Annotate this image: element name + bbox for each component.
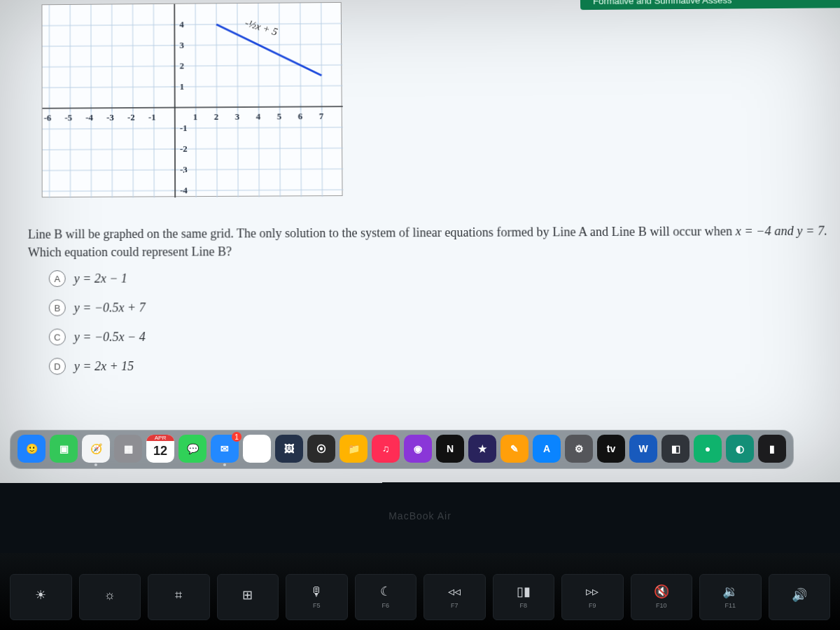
svg-line-18 xyxy=(237,4,238,197)
fn-key-label: F7 xyxy=(451,602,458,609)
svg-line-44 xyxy=(42,24,342,26)
svg-line-42 xyxy=(43,44,343,46)
svg-line-32 xyxy=(43,148,343,150)
svg-line-6 xyxy=(112,4,113,197)
fn-key-icon: 🔉 xyxy=(722,585,738,598)
svg-text:2: 2 xyxy=(179,60,184,71)
dock-settings-icon[interactable]: ⚙︎ xyxy=(565,435,593,463)
grid-svg: -6-5-4-3-2-11234567-4-3-2-11234 -½x + 5 xyxy=(42,3,343,198)
svg-text:5: 5 xyxy=(277,111,282,122)
calendar-month: APR xyxy=(146,435,174,441)
fn-key-icon: 🎙 xyxy=(310,585,323,598)
svg-line-14 xyxy=(195,4,196,198)
choice-bubble: D xyxy=(49,358,66,374)
fn-key-F11[interactable]: 🔉F11 xyxy=(699,574,762,620)
assessment-banner: Formative and Summative Assess xyxy=(580,0,840,10)
fn-key-f3[interactable]: ⌗ xyxy=(148,574,210,620)
dock-facetime-icon[interactable]: ▣ xyxy=(50,435,78,463)
choice-b[interactable]: By = −0.5x + 7 xyxy=(49,299,259,316)
choice-text: y = −0.5x + 7 xyxy=(74,300,146,315)
fn-key-F9[interactable]: ▹▹F9 xyxy=(561,574,624,620)
dock-word-icon[interactable]: W xyxy=(629,435,657,463)
dock-area: 🙂▣🧭▦APR12💬✉︎1✿🖼⦿📁♫◉N★✎A⚙︎tvW◧●◐▮ xyxy=(0,430,840,469)
dock-netflix-icon[interactable]: N xyxy=(436,435,464,463)
dock-finder-icon[interactable]: 🙂 xyxy=(18,435,46,463)
svg-line-30 xyxy=(43,169,344,170)
dock-launchpad-icon[interactable]: ▦ xyxy=(114,435,142,463)
dock-drawing-icon[interactable]: ✎ xyxy=(500,435,528,463)
svg-text:1: 1 xyxy=(180,81,185,92)
fn-key-F6[interactable]: ☾F6 xyxy=(355,574,417,620)
svg-text:-1: -1 xyxy=(180,122,188,133)
fn-key-f1[interactable]: ☀︎ xyxy=(10,574,72,620)
dock-edge-icon[interactable]: ◐ xyxy=(726,435,754,463)
calendar-day: 12 xyxy=(153,441,167,461)
svg-text:4: 4 xyxy=(179,19,184,29)
fn-key-f2[interactable]: ☼ xyxy=(79,574,141,620)
svg-line-26 xyxy=(321,3,323,197)
svg-text:3: 3 xyxy=(179,40,184,50)
choice-text: y = −0.5x − 4 xyxy=(74,330,146,344)
choice-bubble: A xyxy=(49,270,66,287)
svg-text:3: 3 xyxy=(235,111,240,122)
dock-appstore-icon[interactable]: A xyxy=(533,435,561,463)
dock-chat-icon[interactable]: ● xyxy=(694,435,722,463)
fn-key-F7[interactable]: ◃◃F7 xyxy=(424,574,486,620)
svg-line-28 xyxy=(43,190,344,191)
svg-line-16 xyxy=(216,4,217,197)
svg-text:4: 4 xyxy=(256,111,261,122)
choice-bubble: C xyxy=(49,328,66,345)
svg-text:7: 7 xyxy=(319,111,324,121)
svg-line-34 xyxy=(43,127,343,130)
choice-d[interactable]: Dy = 2x + 15 xyxy=(49,358,260,375)
dock-mail-icon[interactable]: ✉︎1 xyxy=(211,435,239,463)
dock-imovie-icon[interactable]: ★ xyxy=(468,435,496,463)
fn-key-row: ☀︎☼⌗⊞🎙F5☾F6◃◃F7▯▮F8▹▹F9🔇F10🔉F11🔊 xyxy=(0,553,840,630)
fn-key-icon: ⊞ xyxy=(242,589,253,601)
fn-key-icon: ⌗ xyxy=(175,589,182,601)
screen: Formative and Summative Assess -6-5-4-3-… xyxy=(0,0,840,483)
choice-a[interactable]: Ay = 2x − 1 xyxy=(49,270,259,287)
svg-line-47 xyxy=(174,4,175,197)
line-a-label: -½x + 5 xyxy=(244,17,279,38)
fn-key-F10[interactable]: 🔇F10 xyxy=(631,574,693,620)
svg-text:-1: -1 xyxy=(148,112,156,122)
dock-files-icon[interactable]: 📁 xyxy=(340,435,368,463)
fn-key-label: F9 xyxy=(589,602,596,609)
svg-text:1: 1 xyxy=(193,111,198,122)
choice-bubble: B xyxy=(49,300,66,316)
fn-key-F5[interactable]: 🎙F5 xyxy=(286,574,348,620)
svg-line-10 xyxy=(153,4,154,197)
svg-text:-3: -3 xyxy=(106,112,114,122)
dock-safari-icon[interactable]: 🧭 xyxy=(82,435,110,463)
dock-preview-icon[interactable]: 🖼 xyxy=(275,435,303,463)
fn-key-icon: ▯▮ xyxy=(517,585,531,598)
fn-key-icon: 🔊 xyxy=(792,589,807,601)
svg-text:-5: -5 xyxy=(64,112,72,122)
fn-key-f4[interactable]: ⊞ xyxy=(217,574,279,620)
fn-key-label: F6 xyxy=(382,602,389,609)
dock-photos-icon[interactable]: ✿ xyxy=(243,435,271,463)
badge: 1 xyxy=(232,432,241,442)
gridlines xyxy=(42,3,343,198)
dock-misc1-icon[interactable]: ◧ xyxy=(662,435,690,463)
svg-text:-3: -3 xyxy=(180,164,188,175)
question-tail: Which equation could represent Line B? xyxy=(28,244,232,259)
question-condition: x = −4 and y = 7. xyxy=(735,224,827,239)
dock-music-icon[interactable]: ♫ xyxy=(372,435,400,463)
dock-term-icon[interactable]: ▮ xyxy=(758,435,786,463)
dock-calendar-icon[interactable]: APR12 xyxy=(146,435,174,463)
fn-key-icon: ☼ xyxy=(104,589,116,601)
laptop-model-label: MacBook Air xyxy=(0,510,840,522)
fn-key-icon: ▹▹ xyxy=(586,585,598,598)
svg-line-8 xyxy=(133,4,134,197)
dock-appletv-icon[interactable]: tv xyxy=(597,435,625,463)
dock-podcast-icon[interactable]: ◉ xyxy=(404,435,432,463)
question-lead: Line B will be graphed on the same grid.… xyxy=(28,224,732,241)
fn-key-f12[interactable]: 🔊 xyxy=(769,574,831,620)
fn-key-icon: 🔇 xyxy=(654,585,669,598)
choice-c[interactable]: Cy = −0.5x − 4 xyxy=(49,328,259,346)
dock-colors-icon[interactable]: ⦿ xyxy=(307,435,335,463)
dock-messages-icon[interactable]: 💬 xyxy=(178,435,206,463)
fn-key-F8[interactable]: ▯▮F8 xyxy=(493,574,555,620)
